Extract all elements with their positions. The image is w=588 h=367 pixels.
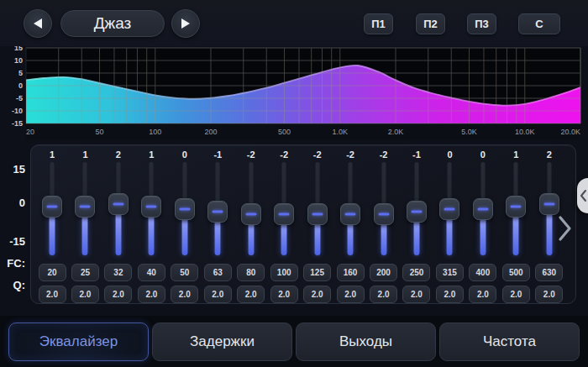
band-gain-slider[interactable] <box>240 162 262 256</box>
band-gain-slider[interactable] <box>108 162 129 256</box>
band-gain-value: -2 <box>280 149 288 160</box>
band-fc-button[interactable]: 32 <box>104 264 132 281</box>
slider-thumb[interactable] <box>407 201 427 223</box>
band-gain-slider[interactable] <box>505 162 527 256</box>
band-q-button[interactable]: 2.0 <box>104 286 132 303</box>
slider-fill <box>381 222 386 255</box>
slider-thumb[interactable] <box>340 203 360 225</box>
band-gain-slider[interactable] <box>406 162 428 256</box>
slider-thumb[interactable] <box>473 198 493 220</box>
slider-thumb[interactable] <box>108 193 129 215</box>
band-fc-button[interactable]: 40 <box>138 264 165 281</box>
band-fc-button[interactable]: 63 <box>204 264 232 281</box>
band-q-button[interactable]: 2.0 <box>402 286 430 303</box>
slider-thumb[interactable] <box>42 196 62 218</box>
band-fc-button[interactable]: 160 <box>337 264 365 281</box>
memory-preset-3-button[interactable]: П3 <box>467 13 496 34</box>
band-fc-button[interactable]: 50 <box>171 264 198 281</box>
eq-band: 04002.0 <box>467 149 499 303</box>
svg-text:-5: -5 <box>16 94 23 102</box>
band-fc-button[interactable]: 100 <box>270 264 298 281</box>
band-gain-slider[interactable] <box>140 162 162 256</box>
band-gain-slider[interactable] <box>41 162 63 256</box>
band-gain-slider[interactable] <box>273 162 295 256</box>
band-gain-slider[interactable] <box>538 162 560 256</box>
slider-thumb[interactable] <box>506 196 526 218</box>
band-gain-slider[interactable] <box>339 162 361 256</box>
band-q-button[interactable]: 2.0 <box>337 286 365 303</box>
band-fc-button[interactable]: 125 <box>303 264 331 281</box>
slider-thumb[interactable] <box>141 196 161 218</box>
slider-fill <box>348 222 354 255</box>
band-gain-slider[interactable] <box>373 162 395 256</box>
triangle-left-icon <box>33 18 43 29</box>
band-gain-value: 1 <box>82 149 87 160</box>
band-q-button[interactable]: 2.0 <box>71 286 99 303</box>
band-gain-slider[interactable] <box>174 162 196 256</box>
band-q-button[interactable]: 2.0 <box>39 286 66 303</box>
band-q-button[interactable]: 2.0 <box>204 286 232 303</box>
band-gain-slider[interactable] <box>207 162 228 256</box>
band-q-button[interactable]: 2.0 <box>436 286 464 303</box>
svg-text:2.0K: 2.0K <box>388 128 404 136</box>
eq-band: 1252.0 <box>69 149 101 303</box>
tab-outputs[interactable]: Выходы <box>296 322 436 361</box>
band-gain-value: -2 <box>247 149 255 160</box>
band-q-button[interactable]: 2.0 <box>138 286 165 303</box>
slider-fill <box>546 212 552 255</box>
slider-thumb[interactable] <box>439 198 459 220</box>
band-fc-button[interactable]: 315 <box>436 264 464 281</box>
side-drawer-handle[interactable] <box>577 178 588 213</box>
band-q-button[interactable]: 2.0 <box>469 286 496 303</box>
chevron-left-icon <box>579 188 588 203</box>
band-fc-button[interactable]: 25 <box>71 264 99 281</box>
chevron-right-icon <box>556 215 575 242</box>
svg-text:10: 10 <box>14 56 23 65</box>
band-fc-button[interactable]: 400 <box>469 264 496 281</box>
band-q-button[interactable]: 2.0 <box>237 286 265 303</box>
graph-axis-strip <box>26 123 580 139</box>
slider-thumb[interactable] <box>539 193 559 215</box>
band-gain-slider[interactable] <box>438 162 460 256</box>
band-gain-value: -2 <box>380 149 388 160</box>
slider-thumb[interactable] <box>207 201 228 223</box>
tab-equalizer[interactable]: Эквалайзер <box>8 322 149 361</box>
eq-band: 1202.0 <box>36 149 68 303</box>
band-q-button[interactable]: 2.0 <box>270 286 298 303</box>
band-q-button[interactable]: 2.0 <box>502 286 530 303</box>
slider-thumb[interactable] <box>75 196 95 218</box>
band-fc-button[interactable]: 200 <box>370 264 397 281</box>
memory-preset-1-button[interactable]: П1 <box>364 13 393 34</box>
slider-thumb[interactable] <box>175 198 195 220</box>
reset-button[interactable]: C <box>518 13 560 34</box>
band-fc-button[interactable]: 630 <box>535 264 563 281</box>
slider-fill <box>480 217 486 255</box>
eq-band: -21252.0 <box>302 149 333 303</box>
tab-frequency[interactable]: Частота <box>439 322 580 361</box>
band-gain-slider[interactable] <box>307 162 328 256</box>
band-gain-slider[interactable] <box>472 162 494 256</box>
slider-thumb[interactable] <box>274 203 294 225</box>
preset-selector[interactable]: Джаз <box>60 10 165 37</box>
slider-thumb[interactable] <box>307 203 328 225</box>
band-q-button[interactable]: 2.0 <box>171 286 198 303</box>
memory-preset-2-button[interactable]: П2 <box>416 13 445 34</box>
band-fc-button[interactable]: 500 <box>502 264 530 281</box>
band-fc-button[interactable]: 250 <box>402 264 430 281</box>
band-q-button[interactable]: 2.0 <box>303 286 331 303</box>
tab-delays[interactable]: Задержки <box>152 322 292 361</box>
band-fc-button[interactable]: 20 <box>39 264 66 281</box>
eq-bands-row: 1202.01252.02322.01402.00502.0-1632.0-28… <box>36 149 565 303</box>
band-gain-slider[interactable] <box>74 162 96 256</box>
preset-next-button[interactable] <box>171 9 200 38</box>
band-q-button[interactable]: 2.0 <box>535 286 563 303</box>
preset-prev-button[interactable] <box>24 9 52 38</box>
slider-thumb[interactable] <box>374 203 394 225</box>
eq-band: 2322.0 <box>102 149 134 303</box>
band-q-button[interactable]: 2.0 <box>370 286 397 303</box>
slider-thumb[interactable] <box>241 203 261 225</box>
more-bands-button[interactable] <box>556 215 575 242</box>
band-gain-value: -2 <box>346 149 354 160</box>
eq-band: 15002.0 <box>500 149 532 303</box>
band-fc-button[interactable]: 80 <box>237 264 265 281</box>
